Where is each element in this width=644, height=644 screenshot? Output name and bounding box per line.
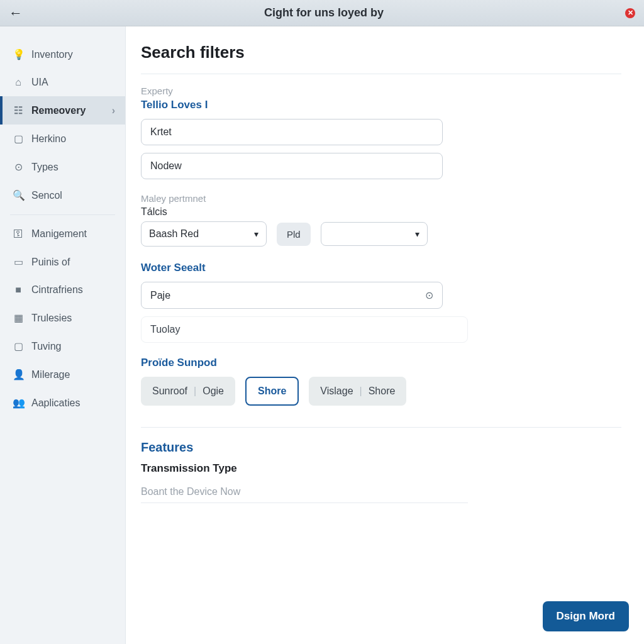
sidebar-item-label: Trulesies — [31, 313, 72, 324]
chip-text-a: Sunroof — [152, 386, 187, 397]
back-icon[interactable]: ← — [9, 5, 23, 21]
main-content: Search filters Experty Tellio Loves I Ma… — [126, 26, 644, 644]
sidebar-item-label: Cintrafriens — [31, 284, 83, 296]
sidebar-item-inventory[interactable]: 💡 Inventory — [0, 40, 125, 69]
sidebar-item-aaplicaties[interactable]: 👥 Aaplicaties — [0, 389, 125, 417]
sidebar-item-label: UIA — [31, 77, 48, 88]
sidebar-item-trulesies[interactable]: ▦ Trulesies — [0, 304, 125, 332]
grid-icon: ☷ — [13, 104, 24, 116]
person-icon: 👤 — [13, 369, 24, 380]
table-icon: ▦ — [13, 312, 24, 324]
chip-text-a: Vislage — [320, 386, 353, 397]
sidebar-item-sencol[interactable]: 🔍 Sencol — [0, 181, 125, 209]
chip-shore[interactable]: Shore — [245, 377, 299, 406]
circle-icon[interactable]: ⊙ — [425, 289, 433, 301]
bookmark-icon: ▢ — [13, 133, 24, 145]
page-title: Search filters — [141, 43, 621, 62]
chevron-down-icon: ▾ — [415, 229, 419, 239]
clock-icon: ⊙ — [13, 161, 24, 173]
group-title-tellio: Tellio Loves I — [141, 99, 621, 111]
empty-select[interactable]: ▾ — [321, 222, 428, 246]
close-icon[interactable]: ✕ — [625, 8, 635, 18]
krtet-field[interactable] — [141, 119, 443, 145]
chip-vislage-shore[interactable]: Vislage | Shore — [309, 377, 406, 406]
select-value: Baash Red — [149, 228, 199, 240]
sidebar-item-remeovery[interactable]: ☷ Remeovery › — [0, 96, 125, 125]
sidebar-item-label: Inventory — [31, 49, 73, 60]
group-note-2: Maley pertmnet — [141, 193, 621, 204]
features-title: Features — [141, 440, 621, 455]
sidebar-item-label: Manigement — [31, 228, 87, 240]
chip-divider: | — [360, 386, 362, 397]
sidebar-item-cintrafriens[interactable]: ■ Cintrafriens — [0, 276, 125, 304]
sidebar-item-label: Types — [31, 162, 58, 173]
group-title-proide: Proïde Sunpod — [141, 357, 621, 369]
nodew-input[interactable] — [150, 160, 433, 172]
square-icon: ■ — [13, 284, 24, 296]
rect-icon: ▭ — [13, 256, 24, 268]
group-note: Experty — [141, 86, 621, 96]
box-icon: ▢ — [13, 340, 24, 352]
chip-text-a: Shore — [258, 386, 286, 397]
search-icon: 🔍 — [13, 189, 24, 201]
sidebar-item-label: Herkino — [31, 133, 66, 145]
chevron-right-icon: › — [112, 105, 115, 116]
sidebar-item-tuving[interactable]: ▢ Tuving — [0, 332, 125, 360]
group-title-woter: Woter Seealt — [141, 262, 621, 274]
transmission-type-label: Transmission Type — [141, 462, 621, 475]
chevron-down-icon: ▾ — [254, 229, 258, 239]
people-icon: 👥 — [13, 397, 24, 409]
nodew-field[interactable] — [141, 153, 443, 179]
sidebar-item-label: Aaplicaties — [31, 397, 80, 409]
paje-input[interactable] — [150, 290, 425, 301]
sidebar-item-herkino[interactable]: ▢ Herkino — [0, 125, 125, 153]
sidebar-item-types[interactable]: ⊙ Types — [0, 153, 125, 181]
sidebar-item-label: Tuving — [31, 341, 61, 352]
divider — [141, 74, 621, 74]
sidebar-item-label: Remeovery — [31, 105, 86, 116]
chip-text-b: Shore — [369, 386, 396, 397]
sidebar-item-manigement[interactable]: ⚿ Manigement — [0, 220, 125, 248]
lightbulb-icon: 💡 — [13, 48, 24, 60]
sidebar-item-uia[interactable]: ⌂ UIA — [0, 69, 125, 96]
key-icon: ⚿ — [13, 228, 24, 240]
window-title: Cight for uns loyed by — [23, 6, 625, 19]
dsign-mord-button[interactable]: Dsign Mord — [543, 601, 630, 631]
talcis-row: Baash Red ▾ Pld ▾ — [141, 221, 621, 247]
chip-text-b: Ogie — [203, 386, 224, 397]
sidebar-item-milerage[interactable]: 👤 Milerage — [0, 360, 125, 389]
titlebar: ← Cight for uns loyed by ✕ — [0, 0, 644, 26]
section-divider — [141, 427, 621, 428]
sidebar-item-label: Sencol — [31, 190, 62, 201]
chip-divider: | — [194, 386, 196, 397]
sidebar-item-label: Milerage — [31, 369, 70, 380]
sidebar-item-label: Puinis of — [31, 257, 70, 268]
paje-field[interactable]: ⊙ — [141, 282, 443, 309]
sidebar-separator — [10, 214, 115, 215]
pld-pill[interactable]: Pld — [277, 223, 311, 246]
app-body: 💡 Inventory ⌂ UIA ☷ Remeovery › ▢ Herkin… — [0, 26, 644, 644]
chip-row: Sunroof | Ogie Shore Vislage | Shore — [141, 377, 621, 406]
sidebar: 💡 Inventory ⌂ UIA ☷ Remeovery › ▢ Herkin… — [0, 26, 126, 644]
tuolay-field[interactable]: Tuolay — [141, 316, 468, 343]
sidebar-item-puinis[interactable]: ▭ Puinis of — [0, 248, 125, 276]
baash-red-select[interactable]: Baash Red ▾ — [141, 221, 267, 247]
talcis-label: Tálcis — [141, 206, 621, 218]
krtet-input[interactable] — [150, 126, 433, 138]
device-now-placeholder[interactable]: Boant the Device Now — [141, 486, 468, 503]
chip-sunroof-ogie[interactable]: Sunroof | Ogie — [141, 377, 235, 406]
app-window: ← Cight for uns loyed by ✕ 💡 Inventory ⌂… — [0, 0, 644, 644]
home-icon: ⌂ — [13, 77, 24, 88]
